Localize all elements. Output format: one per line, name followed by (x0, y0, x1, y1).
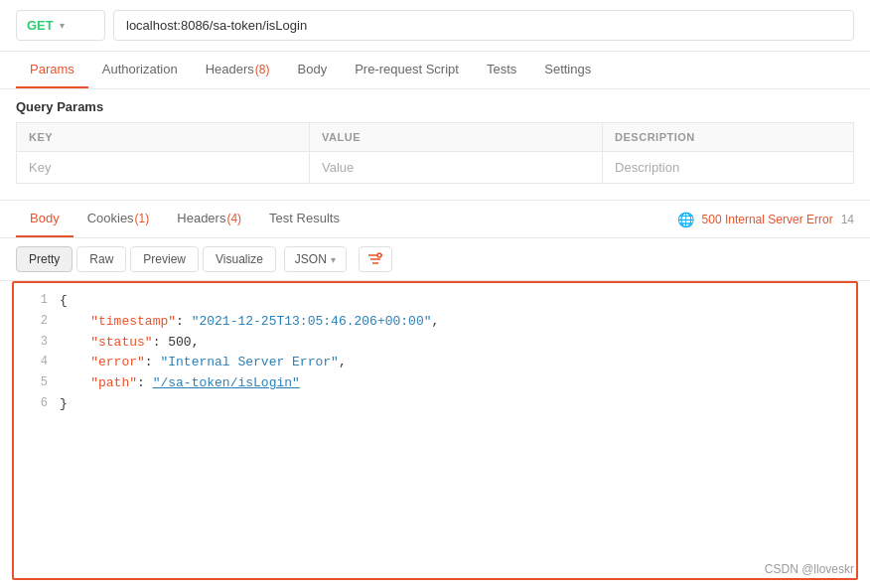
method-label: GET (27, 18, 54, 33)
format-raw-button[interactable]: Raw (76, 246, 126, 272)
col-header-key: KEY (17, 123, 310, 152)
filter-icon (367, 252, 383, 266)
format-bar: Pretty Raw Preview Visualize JSON ▾ (0, 238, 870, 281)
col-header-value: VALUE (310, 123, 603, 152)
tab-response-cookies[interactable]: Cookies(1) (73, 201, 164, 237)
tab-authorization[interactable]: Authorization (88, 52, 192, 88)
status-badge: 500 Internal Server Error (702, 213, 833, 226)
tab-test-results[interactable]: Test Results (255, 201, 354, 237)
json-line-2: 2 "timestamp": "2021-12-25T13:05:46.206+… (30, 312, 840, 333)
param-key-cell[interactable]: Key (17, 152, 310, 184)
format-visualize-button[interactable]: Visualize (203, 246, 276, 272)
json-line-5: 5 "path": "/sa-token/isLogin" (30, 373, 840, 394)
response-time: 14 (841, 213, 854, 226)
tab-params[interactable]: Params (16, 52, 88, 88)
chevron-down-icon: ▾ (331, 254, 336, 265)
globe-icon: 🌐 (677, 212, 694, 227)
svg-point-3 (377, 253, 381, 257)
tab-body[interactable]: Body (284, 52, 342, 88)
json-line-6: 6 } (30, 394, 840, 415)
tab-pre-request[interactable]: Pre-request Script (341, 52, 473, 88)
query-params-section: Query Params KEY VALUE DESCRIPTION Key V… (0, 89, 870, 184)
json-line-4: 4 "error": "Internal Server Error", (30, 353, 840, 373)
json-line-3: 3 "status": 500, (30, 333, 840, 354)
query-params-title: Query Params (16, 99, 854, 114)
tab-tests[interactable]: Tests (473, 52, 530, 88)
table-row: Key Value Description (17, 152, 854, 184)
chevron-down-icon: ▾ (60, 20, 65, 31)
param-value-cell[interactable]: Value (310, 152, 603, 184)
tab-response-body[interactable]: Body (16, 201, 73, 237)
watermark: CSDN @lloveskr (765, 562, 854, 576)
url-bar: GET ▾ (0, 0, 870, 52)
request-tabs-bar: Params Authorization Headers(8) Body Pre… (0, 52, 870, 89)
url-input[interactable] (113, 10, 854, 41)
json-line-1: 1 { (30, 291, 840, 312)
format-pretty-button[interactable]: Pretty (16, 246, 72, 272)
params-table: KEY VALUE DESCRIPTION Key Value Descript… (16, 122, 854, 184)
method-select[interactable]: GET ▾ (16, 10, 105, 41)
param-desc-cell[interactable]: Description (603, 152, 854, 184)
tab-settings[interactable]: Settings (530, 52, 605, 88)
json-format-select[interactable]: JSON ▾ (284, 246, 347, 272)
response-section: Body Cookies(1) Headers(4) Test Results … (0, 200, 870, 588)
col-header-description: DESCRIPTION (603, 123, 854, 152)
main-container: GET ▾ Params Authorization Headers(8) Bo… (0, 0, 870, 588)
tab-headers[interactable]: Headers(8) (192, 52, 284, 88)
filter-button[interactable] (359, 246, 392, 272)
tab-response-headers[interactable]: Headers(4) (163, 201, 255, 237)
response-tabs-bar: Body Cookies(1) Headers(4) Test Results … (0, 201, 870, 238)
format-preview-button[interactable]: Preview (130, 246, 199, 272)
response-meta: 🌐 500 Internal Server Error 14 (677, 212, 854, 227)
json-display: 1 { 2 "timestamp": "2021-12-25T13:05:46.… (12, 281, 858, 580)
